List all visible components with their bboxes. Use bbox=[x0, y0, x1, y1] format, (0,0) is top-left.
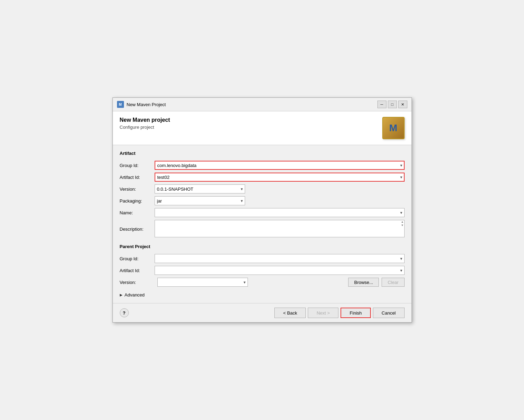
version-label: Version: bbox=[120, 187, 155, 192]
name-input[interactable] bbox=[155, 208, 405, 217]
group-id-input[interactable] bbox=[155, 161, 405, 170]
parent-project-section: Parent Project Group Id: ▼ Artifact Id: … bbox=[120, 244, 405, 287]
packaging-row: Packaging: ▼ bbox=[120, 196, 405, 205]
parent-group-id-input-wrapper: ▼ bbox=[155, 254, 405, 263]
close-button[interactable]: ✕ bbox=[398, 101, 407, 108]
header-text: New Maven project Configure project bbox=[120, 117, 170, 130]
parent-group-id-row: Group Id: ▼ bbox=[120, 254, 405, 263]
page-subtitle: Configure project bbox=[120, 125, 170, 130]
description-label: Description: bbox=[120, 227, 155, 232]
name-row: Name: ▼ bbox=[120, 208, 405, 217]
title-bar: M New Maven Project ─ □ ✕ bbox=[113, 98, 412, 111]
dialog: M New Maven Project ─ □ ✕ New Maven proj… bbox=[112, 97, 412, 323]
name-label: Name: bbox=[120, 210, 155, 215]
scroll-down-icon: ▼ bbox=[401, 224, 404, 227]
parent-group-id-input[interactable] bbox=[155, 254, 405, 263]
parent-version-row: Version: ▼ Browse... Clear bbox=[120, 278, 405, 287]
help-button[interactable]: ? bbox=[120, 308, 129, 317]
parent-project-section-header: Parent Project bbox=[120, 244, 405, 251]
scroll-up-icon: ▲ bbox=[401, 221, 404, 223]
version-input[interactable] bbox=[155, 184, 245, 193]
artifact-id-row: Artifact Id: ▼ bbox=[120, 173, 405, 182]
minimize-button[interactable]: ─ bbox=[377, 101, 386, 108]
title-bar-icon: M bbox=[117, 101, 124, 108]
cancel-button[interactable]: Cancel bbox=[373, 308, 404, 318]
maven-icon: M bbox=[382, 117, 405, 139]
footer-buttons: < Back Next > Finish Cancel bbox=[274, 308, 404, 318]
next-button[interactable]: Next > bbox=[308, 308, 338, 318]
parent-artifact-id-label: Artifact Id: bbox=[120, 268, 155, 273]
parent-artifact-id-input-wrapper: ▼ bbox=[155, 266, 405, 275]
artifact-id-input[interactable] bbox=[155, 173, 405, 182]
group-id-input-wrapper: ▼ bbox=[155, 161, 405, 170]
advanced-section[interactable]: ▶ Advanced bbox=[120, 292, 405, 298]
clear-button[interactable]: Clear bbox=[382, 278, 404, 287]
packaging-label: Packaging: bbox=[120, 198, 155, 204]
packaging-input[interactable] bbox=[155, 196, 245, 205]
browse-button[interactable]: Browse... bbox=[348, 278, 379, 287]
header-section: New Maven project Configure project M bbox=[113, 111, 412, 145]
version-row: Version: ▼ bbox=[120, 184, 405, 193]
finish-button[interactable]: Finish bbox=[341, 308, 371, 318]
description-input[interactable] bbox=[155, 220, 405, 237]
page-title: New Maven project bbox=[120, 117, 170, 123]
artifact-id-input-wrapper: ▼ bbox=[155, 173, 405, 182]
parent-version-label: Version: bbox=[120, 280, 155, 285]
parent-artifact-id-input[interactable] bbox=[155, 266, 405, 275]
parent-artifact-id-row: Artifact Id: ▼ bbox=[120, 266, 405, 275]
content-area: Artifact Group Id: ▼ Artifact Id: ▼ Vers… bbox=[113, 145, 412, 303]
description-scroll-arrows: ▲ ▼ bbox=[401, 221, 404, 227]
title-bar-controls: ─ □ ✕ bbox=[377, 101, 407, 108]
parent-group-id-label: Group Id: bbox=[120, 256, 155, 261]
advanced-triangle-icon: ▶ bbox=[120, 293, 123, 297]
title-bar-text: New Maven Project bbox=[127, 102, 375, 107]
description-input-wrapper: ▲ ▼ bbox=[155, 220, 405, 238]
footer-left: ? bbox=[120, 308, 129, 317]
group-id-row: Group Id: ▼ bbox=[120, 161, 405, 170]
footer: ? < Back Next > Finish Cancel bbox=[113, 303, 412, 322]
parent-version-input[interactable] bbox=[157, 278, 248, 287]
artifact-id-label: Artifact Id: bbox=[120, 175, 155, 180]
name-input-wrapper: ▼ bbox=[155, 208, 405, 217]
description-row: Description: ▲ ▼ bbox=[120, 220, 405, 238]
advanced-label: Advanced bbox=[125, 292, 145, 298]
parent-version-input-wrapper: ▼ bbox=[157, 278, 248, 287]
maximize-button[interactable]: □ bbox=[388, 101, 397, 108]
back-button[interactable]: < Back bbox=[274, 308, 306, 318]
artifact-section-header: Artifact bbox=[120, 151, 405, 157]
group-id-label: Group Id: bbox=[120, 163, 155, 168]
